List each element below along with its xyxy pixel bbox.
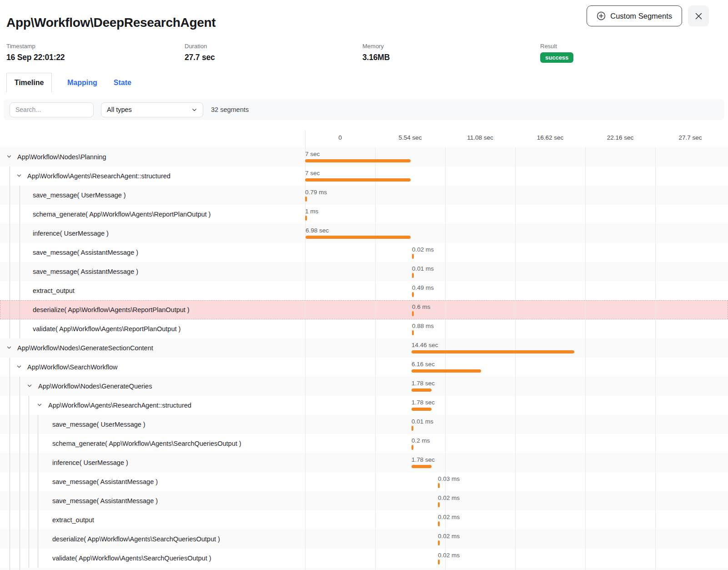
- timeline-row[interactable]: App\Workflow\Nodes\Planning7 sec: [0, 147, 728, 166]
- indent-guide: [20, 281, 20, 300]
- segment-duration-label: 0.02 ms: [438, 533, 460, 540]
- segment-duration-label: 14.46 sec: [412, 342, 438, 348]
- chevron-down-icon[interactable]: [16, 363, 22, 371]
- plus-circle-icon: [597, 11, 606, 20]
- segment-tick: [412, 330, 414, 335]
- timeline-row[interactable]: extract_output0.49 ms: [0, 281, 728, 300]
- timeline-row[interactable]: inference( UserMessage )6.98 sec: [0, 224, 728, 243]
- meta-duration: Duration 27.7 sec: [185, 43, 215, 62]
- indent-guide: [10, 453, 10, 472]
- timeline-row[interactable]: save_message( AssistantMessage )0.03 ms: [0, 472, 728, 491]
- segment-label: save_message( UserMessage ): [52, 415, 146, 434]
- indent-guide: [10, 224, 10, 243]
- indent-guide: [29, 472, 29, 491]
- memory-label: Memory: [362, 43, 390, 50]
- chevron-down-icon[interactable]: [6, 153, 12, 161]
- indent-guide: [20, 472, 20, 491]
- segment-tick: [412, 445, 413, 450]
- type-filter-select[interactable]: All types: [101, 102, 203, 117]
- indent-guide: [29, 491, 29, 510]
- segment-label: extract_output: [33, 281, 75, 300]
- chevron-down-icon[interactable]: [27, 382, 32, 390]
- indent-guide: [20, 205, 20, 224]
- indent-guide: [20, 510, 20, 530]
- timeline-row[interactable]: save_message( AssistantMessage )0.01 ms: [0, 262, 728, 281]
- segment-label: deserialize( App\Workflow\Agents\SearchQ…: [52, 530, 220, 549]
- tab-timeline[interactable]: Timeline: [6, 73, 52, 92]
- indent-guide: [20, 224, 20, 243]
- segment-label: save_message( AssistantMessage ): [33, 243, 138, 262]
- segment-duration-label: 7 sec: [305, 151, 320, 157]
- indent-guide: [29, 396, 29, 415]
- segment-tick: [438, 502, 440, 507]
- timeline-row[interactable]: deserialize( App\Workflow\Agents\SearchQ…: [0, 530, 728, 549]
- timeline-rows: App\Workflow\Nodes\Planning7 secApp\Work…: [0, 147, 728, 570]
- indent-guide: [10, 396, 10, 415]
- indent-guide: [38, 530, 38, 549]
- indent-guide: [20, 415, 20, 434]
- timeline-row[interactable]: App\Workflow\Agents\ResearchAgent::struc…: [0, 166, 728, 186]
- segment-label: deserialize( App\Workflow\Agents\ReportP…: [33, 300, 190, 319]
- indent-guide: [10, 434, 10, 453]
- axis-tick-label: 16.62 sec: [537, 134, 564, 141]
- timeline-row[interactable]: save_message( UserMessage )0.79 ms: [0, 186, 728, 205]
- segment-duration-label: 6.98 sec: [306, 227, 329, 234]
- timestamp-value: 16 Sep 22:01:22: [6, 53, 65, 62]
- segment-duration-label: 0.79 ms: [305, 189, 327, 196]
- indent-guide: [10, 319, 10, 338]
- timeline-row-partial: [0, 568, 728, 570]
- indent-guide: [20, 262, 20, 281]
- segment-bar: [412, 350, 574, 353]
- tab-mapping[interactable]: Mapping: [66, 73, 98, 92]
- tab-state[interactable]: State: [113, 73, 132, 92]
- segment-tick: [438, 540, 440, 545]
- timeline-row[interactable]: App\Workflow\SearchWorkflow6.16 sec: [0, 358, 728, 377]
- chevron-down-icon[interactable]: [6, 344, 12, 352]
- timeline-row[interactable]: App\Workflow\Nodes\GenerateQueries1.78 s…: [0, 377, 728, 396]
- timeline-row[interactable]: save_message( UserMessage )0.01 ms: [0, 415, 728, 434]
- timeline-row[interactable]: deserialize( App\Workflow\Agents\ReportP…: [0, 300, 728, 319]
- close-button[interactable]: [688, 5, 709, 26]
- indent-guide: [20, 453, 20, 472]
- chevron-down-icon[interactable]: [37, 401, 42, 409]
- indent-guide: [10, 166, 10, 186]
- timeline-row[interactable]: extract_output0.02 ms: [0, 510, 728, 530]
- timeline-row[interactable]: validate( App\Workflow\Agents\SearchQuer…: [0, 549, 728, 568]
- segment-label: App\Workflow\Nodes\GenerateQueries: [38, 377, 152, 396]
- indent-guide: [10, 205, 10, 224]
- indent-guide: [20, 434, 20, 453]
- timeline-row[interactable]: schema_generate( App\Workflow\Agents\Rep…: [0, 205, 728, 224]
- indent-guide: [10, 243, 10, 262]
- indent-guide: [10, 415, 10, 434]
- segment-label: save_message( AssistantMessage ): [52, 491, 158, 510]
- axis-tick-label: 0: [338, 134, 342, 141]
- indent-guide: [20, 243, 20, 262]
- segment-duration-label: 0.88 ms: [412, 323, 434, 329]
- timeline-row[interactable]: schema_generate( App\Workflow\Agents\Sea…: [0, 434, 728, 453]
- search-input[interactable]: [10, 102, 94, 117]
- segment-label: App\Workflow\Nodes\GenerateSectionConten…: [17, 338, 153, 358]
- segment-tick: [305, 197, 307, 202]
- timeline-row[interactable]: App\Workflow\Agents\ResearchAgent::struc…: [0, 396, 728, 415]
- timeline-row[interactable]: inference( UserMessage )1.78 sec: [0, 453, 728, 472]
- segment-label: save_message( AssistantMessage ): [52, 472, 158, 491]
- status-badge: success: [540, 52, 573, 63]
- custom-segments-button[interactable]: Custom Segments: [587, 5, 682, 26]
- close-icon: [695, 12, 703, 20]
- segment-duration-label: 1.78 sec: [412, 380, 435, 387]
- chevron-down-icon[interactable]: [16, 172, 22, 180]
- timeline-row[interactable]: App\Workflow\Nodes\GenerateSectionConten…: [0, 338, 728, 358]
- segment-label: App\Workflow\Nodes\Planning: [17, 147, 106, 166]
- timeline-row[interactable]: save_message( AssistantMessage )0.02 ms: [0, 243, 728, 262]
- page-title: App\Workflow\DeepResearchAgent: [6, 15, 216, 30]
- timeline-row[interactable]: validate( App\Workflow\Agents\ReportPlan…: [0, 319, 728, 338]
- indent-guide: [29, 434, 29, 453]
- meta-result: Result success: [540, 43, 573, 63]
- indent-guide: [20, 549, 20, 568]
- top-actions: Custom Segments: [587, 5, 709, 26]
- indent-guide: [29, 530, 29, 549]
- indent-guide: [20, 568, 20, 570]
- axis-tick-label: 27.7 sec: [678, 134, 702, 141]
- indent-guide: [20, 396, 20, 415]
- timeline-row[interactable]: save_message( AssistantMessage )0.02 ms: [0, 491, 728, 510]
